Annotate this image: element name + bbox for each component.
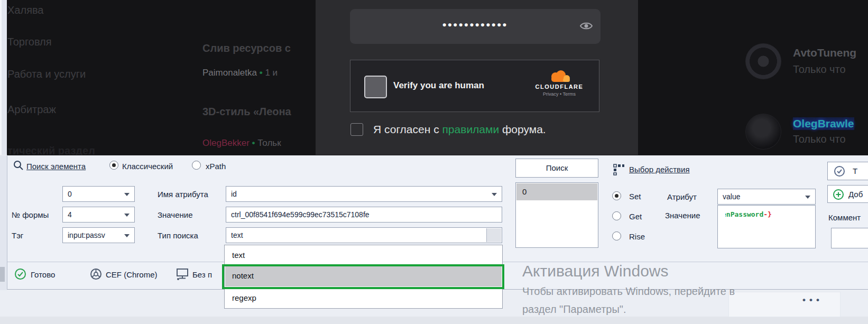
value-segment-red: -} [763, 210, 772, 218]
radio-classic[interactable] [109, 161, 118, 170]
circle-plus-icon [833, 189, 844, 200]
add-button[interactable]: Доб [827, 185, 868, 203]
page-scrollbar[interactable] [0, 0, 7, 155]
action-value-label: Значение [665, 211, 700, 220]
cef-browser-icon [90, 268, 102, 280]
password-input[interactable]: •••••••••••• [350, 9, 601, 44]
radio-get-label[interactable]: Get [629, 212, 642, 221]
chevron-down-icon [124, 193, 130, 196]
thread-author-2[interactable]: OlegBekker [202, 138, 250, 148]
action-attr-value: value [723, 192, 740, 201]
thread-title-2[interactable]: 3D-стиль «Леона [202, 106, 291, 118]
search-type-value: text [231, 231, 243, 239]
search-button[interactable]: Поиск [515, 159, 598, 178]
chevron-down-icon [124, 234, 130, 237]
taskbar-strip [0, 317, 868, 324]
value-segment-green: enPassword [725, 210, 763, 218]
cloudflare-cloud-icon [547, 70, 571, 84]
cloudflare-verify-checkbox[interactable] [364, 76, 387, 98]
option-regexp[interactable]: regexp [225, 289, 502, 309]
chevron-down-icon [805, 196, 810, 199]
status-ready: Готово [31, 270, 55, 279]
cloudflare-privacy-terms[interactable]: Privacy • Terms [528, 91, 590, 97]
agree-suffix: форума. [499, 123, 546, 135]
search-icon [13, 160, 24, 171]
chevron-down-icon [492, 193, 497, 196]
value-input[interactable]: ctrl_00f8541f694e599c99ec73515c7108fe [226, 207, 502, 223]
avatar-avtotuneng[interactable] [745, 43, 781, 79]
thread-meta-2: OlegBekker • Тольк [202, 138, 281, 149]
thread-time-2: Тольк [257, 138, 281, 148]
test-button[interactable]: Т [827, 162, 868, 180]
comment-input[interactable] [831, 228, 868, 248]
action-value-textarea[interactable]: enPassword-} [717, 205, 816, 248]
radio-xpath-label[interactable]: xPath [206, 162, 226, 171]
rules-link[interactable]: правилами [442, 123, 500, 135]
element-index-dropdown[interactable]: 0 [62, 186, 135, 202]
sidebar-item-arbitrazh[interactable]: Арбитраж [7, 104, 56, 116]
windows-activation-line1: Чтобы активировать Windows, перейдите в [522, 285, 735, 298]
action-value-code: enPassword-} [725, 210, 810, 218]
tag-dropdown[interactable]: input:passv [62, 227, 135, 243]
screenshot-root: Халява Торговля Работа и услуги Арбитраж… [0, 0, 868, 324]
gutter-scroll-thumb[interactable] [0, 267, 5, 282]
highlighted-option-frame [222, 264, 504, 289]
cloudflare-turnstile-widget: Verify you are human CLOUDFLARE Privacy … [350, 60, 599, 112]
thread-time-1: 1 и [265, 68, 278, 78]
windows-activation-title: Активация Windows [522, 262, 668, 280]
sidebar-item-rabota[interactable]: Работа и услуги [7, 68, 86, 80]
radio-rise[interactable] [612, 232, 621, 240]
cloudflare-verify-label: Verify you are human [393, 80, 484, 91]
attr-name-combo[interactable]: id [226, 186, 502, 202]
cloudflare-logo: CLOUDFLARE Privacy • Terms [528, 70, 590, 97]
agree-rules-checkbox[interactable] [350, 123, 363, 136]
cloudflare-brand-text: CLOUDFLARE [528, 84, 590, 90]
proxy-monitor-icon [176, 268, 189, 281]
ready-check-icon [14, 268, 26, 280]
radio-set-label[interactable]: Set [629, 192, 641, 201]
value-label: Значение [158, 210, 193, 219]
combo-dropdown-button[interactable] [486, 228, 501, 242]
results-listbox[interactable]: 0 [515, 182, 598, 248]
result-row-0[interactable]: 0 [516, 183, 597, 200]
option-text[interactable]: text [225, 246, 502, 266]
member-name-olegbrawle[interactable]: OlegBrawle [793, 117, 854, 130]
action-attr-combo[interactable]: value [717, 189, 816, 205]
member-time-2: Только что [793, 133, 846, 145]
member-time-1: Только что [793, 63, 846, 76]
attr-name-value: id [231, 190, 237, 198]
forum-page-background: Халява Торговля Работа и услуги Арбитраж… [0, 0, 868, 155]
form-number-label: № формы [12, 210, 49, 219]
search-type-combo[interactable]: text [226, 227, 502, 243]
radio-classic-label[interactable]: Классический [122, 162, 173, 171]
form-number-dropdown[interactable]: 4 [62, 207, 135, 223]
tag-label: Тэг [12, 231, 23, 240]
password-masked-value: •••••••••••• [350, 18, 601, 31]
sidebar-item-halyava[interactable]: Халява [7, 4, 44, 16]
action-select-link[interactable]: Выбор действия [629, 165, 690, 174]
search-type-label: Тип поиска [158, 231, 198, 240]
test-button-label: Т [853, 166, 857, 175]
radio-set[interactable] [612, 191, 621, 200]
action-grid-icon [613, 164, 625, 175]
circle-check-icon [834, 165, 845, 177]
status-proxy[interactable]: Без п [192, 270, 223, 279]
more-options-dots[interactable]: ••• [802, 295, 823, 306]
search-element-link[interactable]: Поиск элемента [26, 162, 86, 171]
status-browser[interactable]: CEF (Chrome) [106, 270, 158, 279]
show-password-eye-icon[interactable] [579, 20, 593, 32]
attr-name-label: Имя атрибута [158, 190, 208, 199]
agree-prefix: Я согласен с [373, 123, 442, 135]
member-name-avtotuneng[interactable]: AvtoTuneng [793, 47, 856, 59]
thread-title-1[interactable]: Слив ресурсов с [202, 42, 291, 54]
radio-rise-label[interactable]: Rise [629, 232, 645, 241]
chevron-down-icon [124, 214, 130, 217]
avatar-olegbrawle[interactable] [745, 114, 781, 150]
sidebar-item-torgovlya[interactable]: Торговля [7, 36, 52, 48]
radio-xpath[interactable] [192, 161, 201, 170]
registration-modal: •••••••••••• Verify you are human [316, 0, 638, 155]
thread-author-1[interactable]: Paimonaletka [202, 68, 257, 78]
tag-value: input:passv [68, 231, 121, 239]
radio-get[interactable] [612, 211, 621, 220]
comment-label: Коммент [828, 213, 861, 222]
